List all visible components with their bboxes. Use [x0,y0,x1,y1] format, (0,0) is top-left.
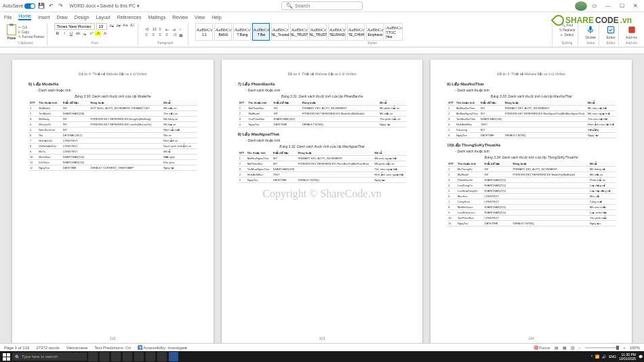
word-app-icon[interactable] [169,352,178,361]
style-NL_TRUST[interactable]: AaBbCcNL_TRUST [290,23,308,41]
menu-design[interactable]: Design [75,15,89,20]
svg-rect-1 [628,26,635,33]
predictions-status[interactable]: Text Predictions: On [94,346,131,350]
editor-button[interactable]: Editor [606,25,616,39]
font-family-select[interactable]: Times New Roman [54,23,95,30]
style-T.TOC Hea[interactable]: AaBbCcT.TOC Hea [385,23,403,41]
clear-format-icon[interactable]: A⃠ [129,23,135,30]
numbering-icon[interactable]: 1≡ [152,27,158,32]
redo-icon[interactable]: ↷ [57,3,64,9]
close-icon[interactable]: ✕ [629,1,641,11]
font-color-icon[interactable]: A [102,31,108,36]
print-layout-icon[interactable]: ▦ [563,345,567,350]
sort-icon[interactable]: ↕ [179,27,185,32]
tray-lang[interactable]: ENG [609,355,616,359]
user-avatar[interactable] [575,1,587,11]
menu-layout[interactable]: Layout [96,15,110,20]
task-view-icon[interactable] [88,352,98,361]
style-TE_CHNH[interactable]: AaBbCcTE_CHNH [347,23,365,41]
cut-button[interactable]: ✂ Cut [18,25,44,29]
menu-references[interactable]: References [117,15,142,20]
app-icon[interactable] [146,352,155,361]
select-button[interactable]: ▻ Select [561,33,573,37]
font-size-select[interactable]: 13 [96,23,107,30]
web-layout-icon[interactable]: ▥ [571,345,575,350]
search-icon: 🔍 [286,3,293,9]
app-icon[interactable] [134,352,144,361]
italic-icon[interactable]: I [61,31,67,36]
align-center-icon[interactable]: ≡ [152,33,158,37]
menu-view[interactable]: View [195,15,205,20]
zoom-out-icon[interactable]: − [579,346,582,350]
menu-file[interactable]: File [4,15,12,20]
indent-icon[interactable]: ⇥ [172,27,178,32]
shrink-font-icon[interactable]: A▾ [115,23,121,30]
menu-insert[interactable]: Insert [38,15,50,20]
format-painter-button[interactable]: ✎ Format Painter [18,35,44,39]
style-BANG[interactable]: AaBbCcBANG [214,23,232,41]
replace-button[interactable]: ↻ Replace [559,28,576,32]
style-Emphasis[interactable]: AaBbCcEmphasis [366,23,384,41]
taskbar-search[interactable]: 🔍Type here to search [12,353,87,361]
notifications-icon[interactable]: 💬 [639,355,643,359]
app-icon[interactable] [123,352,132,361]
autosave-toggle[interactable] [24,3,35,9]
ribbon-mode-icon[interactable]: ▭ [588,1,601,11]
language-status[interactable]: Vietnamese [66,346,88,350]
focus-mode[interactable]: 🎯 Focus [534,345,550,350]
zoom-slider[interactable] [585,347,619,348]
app-icon[interactable] [157,352,167,361]
justify-icon[interactable]: ≡ [165,33,172,37]
addins-button[interactable]: Add-ins [626,25,637,39]
bullets-icon[interactable]: •≡ [145,27,151,32]
style-NL_Trusted[interactable]: AaBbCcNL_Trusted [271,23,289,41]
dictate-button[interactable]: Dictate [585,25,596,39]
style-1.1[interactable]: AaBbCc1.1 [195,23,213,41]
line-spacing-icon[interactable]: ↕≡ [172,33,178,37]
ruler[interactable] [0,47,644,54]
shading-icon[interactable]: ▦ [179,33,185,37]
change-case-icon[interactable]: Aa [122,23,128,30]
underline-icon[interactable]: U [68,31,74,36]
style-T Bang[interactable]: AaBbCcT Bang [233,23,251,41]
app-icon[interactable] [111,352,121,361]
zoom-level[interactable]: 100% [630,346,640,350]
copy-button[interactable]: ⎘ Copy [18,30,44,34]
grow-font-icon[interactable]: A▴ [108,23,115,30]
menu-draw[interactable]: Draw [56,15,67,20]
menu-help[interactable]: Help [212,15,221,20]
menu-mailings[interactable]: Mailings [148,15,165,20]
align-left-icon[interactable]: ≡ [145,33,151,37]
style-NL_TRUST[interactable]: AaBbCcNL_TRUST [309,23,327,41]
search-input[interactable] [295,3,356,8]
menu-home[interactable]: Home [18,14,31,20]
paste-button[interactable]: Paste [7,24,16,40]
bold-icon[interactable]: B [54,31,60,36]
tray-volume-icon[interactable]: 🔊 [602,355,606,359]
superscript-icon[interactable]: x² [88,31,94,36]
style-TELRAND[interactable]: AaBbCcTELRAND [328,23,346,41]
maximize-icon[interactable]: ☐ [616,1,628,11]
tray-wifi-icon[interactable]: 📶 [595,355,599,359]
style-T Bai[interactable]: AaBbCdT Bai [252,23,270,41]
highlight-icon[interactable]: A [95,31,101,36]
multilevel-icon[interactable]: ≡ [159,27,165,32]
tray-chevron-icon[interactable]: ^ [591,355,592,359]
tray-clock[interactable]: 11:30 PM13/01/2025 [619,353,636,361]
read-mode-icon[interactable]: ▤ [555,345,559,350]
undo-icon[interactable]: ↶ [47,3,54,9]
word-count[interactable]: 27372 words [36,346,59,350]
start-button[interactable] [1,352,11,361]
save-icon[interactable]: 💾 [38,3,45,9]
menu-review[interactable]: Review [172,15,188,20]
subscript-icon[interactable]: x₂ [81,31,87,36]
zoom-in-icon[interactable]: + [623,346,626,350]
minimize-icon[interactable]: — [602,1,614,11]
strike-icon[interactable]: ab [75,31,81,36]
outdent-icon[interactable]: ⇤ [165,27,172,32]
page-status[interactable]: Page 1 of 116 [4,346,29,350]
search-box[interactable]: 🔍 [281,1,363,10]
app-icon[interactable] [100,352,109,361]
accessibility-status[interactable]: ♿ Accessibility: Investigate [138,345,187,350]
align-right-icon[interactable]: ≡ [159,33,165,37]
